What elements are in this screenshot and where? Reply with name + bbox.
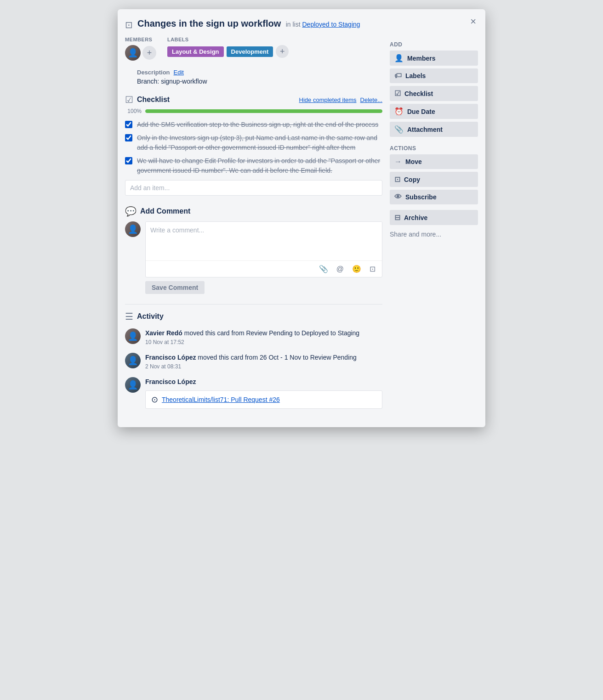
attachment-icon: 📎 — [394, 125, 404, 134]
modal-header: ⊡ Changes in the sign up workflow in lis… — [125, 18, 478, 30]
in-list-text: in list Deployed to Staging — [286, 21, 360, 28]
checklist-checkbox-1[interactable] — [125, 121, 132, 128]
emoji-icon[interactable]: 🙂 — [350, 264, 363, 274]
checklist-checkbox-3[interactable] — [125, 157, 132, 164]
checklist-header: ☑ Checklist Hide completed items Delete.… — [125, 94, 382, 105]
checklist-item-text-1: Add the SMS verification step to the Bus… — [137, 120, 378, 130]
subscribe-icon: 👁 — [394, 193, 402, 201]
pr-link[interactable]: TheoreticalLimits/list71: Pull Request #… — [162, 396, 280, 403]
activity-text-1: Xavier Redó moved this card from Review … — [145, 328, 382, 338]
modal-body: Members 👤 + Labels Layout & Design Devel… — [125, 37, 478, 416]
mention-icon[interactable]: @ — [335, 264, 346, 274]
add-checklist-item-input[interactable] — [125, 180, 382, 196]
description-section: Description Edit Branch: signup-workflow — [125, 69, 382, 85]
checklist-item-3: We will have to change Edit Profile for … — [125, 154, 382, 177]
comment-toolbar: 📎 @ 🙂 ⊡ — [146, 260, 382, 277]
labels-row: Layout & Design Development + — [167, 45, 289, 58]
description-text: Branch: signup-workflow — [125, 78, 382, 85]
add-section-title: Add — [390, 41, 478, 48]
actions-section-title: Actions — [390, 145, 478, 152]
activity-time-2: 2 Nov at 08:31 — [145, 363, 382, 370]
archive-icon: ⊟ — [394, 213, 400, 222]
attach-icon[interactable]: 📎 — [317, 264, 330, 274]
activity-content-3: Francisco López ⊙ TheoreticalLimits/list… — [145, 377, 382, 409]
activity-content-2: Francisco López moved this card from 26 … — [145, 353, 382, 370]
list-link[interactable]: Deployed to Staging — [302, 21, 360, 28]
checklist-item-2: Only in the Investors sign up (step 3), … — [125, 131, 382, 154]
activity-content-1: Xavier Redó moved this card from Review … — [145, 328, 382, 345]
progress-percent: 100% — [125, 108, 142, 114]
add-due-date-button[interactable]: ⏰ Due Date — [390, 104, 478, 119]
checklist-item: Add the SMS verification step to the Bus… — [125, 118, 382, 131]
activity-header: ☰ Activity — [125, 311, 382, 322]
divider — [125, 304, 382, 305]
activity-avatar-2: 👤 — [125, 353, 141, 368]
checklist-item-text-2: Only in the Investors sign up (step 3), … — [137, 133, 382, 152]
activity-time-1: 10 Nov at 17:52 — [145, 339, 382, 345]
members-section: Members 👤 + — [125, 37, 156, 61]
comment-header: 💬 Add Comment — [125, 206, 382, 217]
add-member-button[interactable]: + — [142, 46, 156, 60]
members-icon: 👤 — [394, 54, 404, 62]
activity-item-1: 👤 Xavier Redó moved this card from Revie… — [125, 328, 382, 345]
comment-textarea[interactable] — [146, 222, 382, 259]
activity-item-3: 👤 Francisco López ⊙ TheoreticalLimits/li… — [125, 377, 382, 409]
checklist-checkbox-2[interactable] — [125, 134, 132, 141]
card-icon: ⊡ — [125, 19, 133, 30]
comment-avatar: 👤 — [125, 221, 141, 237]
comment-title: Add Comment — [140, 207, 190, 215]
move-icon: → — [394, 158, 402, 166]
checklist-section: ☑ Checklist Hide completed items Delete.… — [125, 94, 382, 196]
checklist-sidebar-icon: ☑ — [394, 89, 401, 98]
share-more-button[interactable]: Share and more... — [390, 228, 441, 241]
members-row: 👤 + — [125, 45, 156, 61]
checklist-header-right: Hide completed items Delete... — [299, 96, 382, 103]
activity-title: Activity — [137, 312, 164, 321]
card-icon-btn[interactable]: ⊡ — [368, 264, 377, 274]
sidebar: Add 👤 Members 🏷 Labels ☑ Checklist ⏰ Due… — [390, 37, 478, 416]
activity-text-3: Francisco López — [145, 377, 382, 387]
card-title: Changes in the sign up workflow — [137, 18, 281, 28]
description-edit-button[interactable]: Edit — [174, 69, 184, 76]
add-members-button[interactable]: 👤 Members — [390, 51, 478, 66]
comment-icon: 💬 — [125, 206, 137, 217]
card-modal: × ⊡ Changes in the sign up workflow in l… — [118, 9, 485, 427]
delete-checklist-link[interactable]: Delete... — [360, 96, 382, 103]
checklist-title: Checklist — [137, 96, 170, 104]
checklist-header-left: ☑ Checklist — [125, 94, 170, 105]
members-label: Members — [125, 37, 156, 42]
main-column: Members 👤 + Labels Layout & Design Devel… — [125, 37, 382, 416]
meta-row: Members 👤 + Labels Layout & Design Devel… — [125, 37, 382, 61]
comment-section: 💬 Add Comment 👤 📎 @ 🙂 ⊡ — [125, 206, 382, 294]
labels-label: Labels — [167, 37, 289, 42]
due-date-icon: ⏰ — [394, 107, 404, 116]
description-label-row: Description Edit — [125, 69, 382, 76]
add-labels-button[interactable]: 🏷 Labels — [390, 68, 478, 83]
add-label-button[interactable]: + — [276, 45, 289, 58]
comment-box: 📎 @ 🙂 ⊡ — [145, 221, 382, 277]
activity-text-2: Francisco López moved this card from 26 … — [145, 353, 382, 362]
save-comment-button[interactable]: Save Comment — [145, 281, 205, 294]
labels-icon: 🏷 — [394, 72, 402, 80]
activity-icon: ☰ — [125, 311, 133, 322]
checklist-item-text-3: We will have to change Edit Profile for … — [137, 156, 382, 175]
progress-bar-background — [145, 109, 382, 113]
archive-button[interactable]: ⊟ Archive — [390, 210, 478, 225]
progress-bar-fill — [145, 109, 382, 113]
avatar[interactable]: 👤 — [125, 45, 141, 61]
close-button[interactable]: × — [466, 15, 480, 28]
label-development[interactable]: Development — [227, 46, 273, 57]
move-button[interactable]: → Move — [390, 154, 478, 169]
activity-section: ☰ Activity 👤 Xavier Redó moved this card… — [125, 311, 382, 409]
copy-button[interactable]: ⊡ Copy — [390, 172, 478, 187]
copy-icon: ⊡ — [394, 175, 400, 184]
hide-completed-link[interactable]: Hide completed items — [299, 96, 357, 103]
add-checklist-button[interactable]: ☑ Checklist — [390, 86, 478, 101]
add-attachment-button[interactable]: 📎 Attachment — [390, 122, 478, 137]
checklist-icon: ☑ — [125, 94, 133, 105]
activity-avatar-3: 👤 — [125, 377, 141, 393]
comment-input-row: 👤 📎 @ 🙂 ⊡ — [125, 221, 382, 277]
labels-section: Labels Layout & Design Development + — [167, 37, 289, 61]
label-layout-design[interactable]: Layout & Design — [167, 46, 224, 57]
subscribe-button[interactable]: 👁 Subscribe — [390, 190, 478, 204]
